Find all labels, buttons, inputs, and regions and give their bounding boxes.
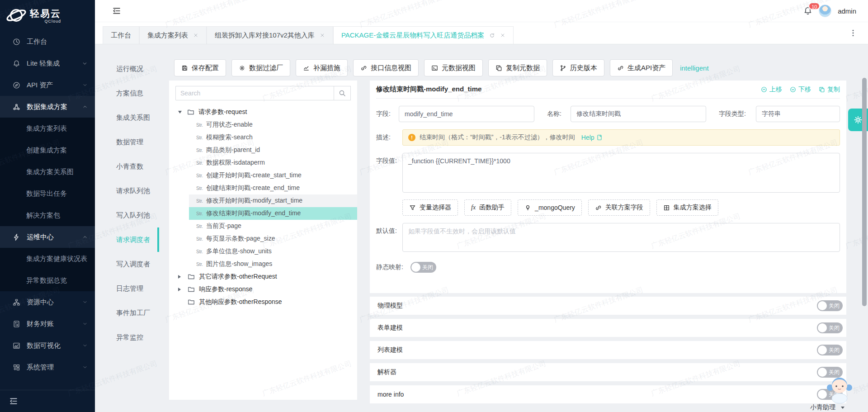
data-filter-factory-button[interactable]: 数据过滤厂 (231, 59, 290, 76)
tree-leaf[interactable]: Str.当前页-page (189, 220, 357, 232)
move-up-link[interactable]: 上移 (761, 85, 782, 94)
search-button[interactable] (334, 86, 351, 100)
tab-close-icon[interactable] (500, 33, 505, 38)
tab-workbench[interactable]: 工作台 (103, 26, 139, 44)
assistant-mascot-image[interactable] (823, 371, 856, 405)
plug-icon (617, 65, 624, 71)
interface-info-view-button[interactable]: 接口信息视图 (353, 59, 419, 76)
tree-leaf[interactable]: Str.模糊搜索-search (189, 131, 357, 144)
sidebar-collapse-icon[interactable] (9, 397, 18, 406)
subnav-item-request-queue-pool[interactable]: 请求队列池 (95, 179, 159, 203)
tree-leaf-label: 多单位信息-show_units (206, 247, 272, 256)
tree-leaf[interactable]: Str.创建结束时间戳-create_end_time (189, 182, 357, 194)
move-down-link[interactable]: 下移 (790, 85, 811, 94)
name-input[interactable] (571, 106, 706, 122)
tree-leaf[interactable]: Str.创建开始时间戳-create_start_time (189, 169, 357, 182)
tab-package-material[interactable]: PACKAGE-金蝶云星辰物料写入旺店通货品档案 (333, 26, 514, 44)
caret-closed-icon[interactable] (178, 275, 181, 279)
tree-search-input[interactable] (175, 86, 334, 100)
tree-folder[interactable]: 请求参数-request (169, 106, 357, 118)
sidebar-subitem-abnormal-data[interactable]: 异常数据总览 (0, 270, 95, 291)
copy-metadata-button[interactable]: 复制元数据 (488, 59, 547, 76)
assistant-caret-icon[interactable] (841, 407, 844, 409)
tree-folder[interactable]: 响应参数-response (169, 283, 357, 296)
assistant-label[interactable]: 小青助理 (810, 403, 835, 412)
sidebar-item-data-integration[interactable]: 数据集成方案 (0, 96, 95, 118)
subnav-item-event-factory[interactable]: 事件加工厂 (95, 301, 159, 325)
subnav-item-abnormal-monitor[interactable]: 异常监控 (95, 325, 159, 350)
field-type-select[interactable]: 字符串 (756, 106, 840, 122)
mongo-query-button[interactable]: _mongoQuery (518, 199, 582, 216)
tab-close-icon[interactable] (320, 33, 325, 38)
tree-folder[interactable]: 其他响应参数-otherResponse (169, 296, 357, 308)
generate-api-asset-button[interactable]: 生成API资产 (610, 59, 673, 76)
tab-refresh-icon[interactable] (489, 33, 495, 38)
sidebar-subitem-solution-pack[interactable]: 解决方案包 (0, 204, 95, 226)
sidebar-item-api-assets[interactable]: API 资产 (0, 74, 95, 96)
chevron-down-icon (82, 365, 88, 370)
subnav-item-plan-info[interactable]: 方案信息 (95, 81, 159, 105)
username-label[interactable]: admin (838, 7, 856, 15)
form-modeling-toggle[interactable]: 关闭 (817, 322, 843, 333)
field-input[interactable] (399, 106, 534, 122)
vertical-scrollbar[interactable] (862, 78, 867, 306)
sidebar-subitem-plan-graph[interactable]: 集成方案关系图 (0, 161, 95, 183)
subnav-item-xiaoqing-query[interactable]: 小青查数 (95, 154, 159, 179)
default-value-textarea[interactable] (402, 223, 840, 252)
save-config-button[interactable]: 保存配置 (174, 59, 226, 76)
caret-closed-icon[interactable] (178, 288, 181, 291)
caret-open-icon[interactable] (178, 111, 182, 114)
tab-plan-list[interactable]: 集成方案列表 (139, 26, 207, 44)
sidebar-item-finance-reconcile[interactable]: 财务对账 (0, 313, 95, 335)
tab-overflow-menu-icon[interactable] (849, 29, 857, 37)
leak-fix-button[interactable]: 补漏措施 (296, 59, 348, 76)
tree-leaf[interactable]: Str.每页显示条数-page_size (189, 232, 357, 245)
tree-leaf[interactable]: Str.修改结束时间戳-modify_end_time (189, 207, 357, 220)
copy-link[interactable]: 复制 (819, 85, 840, 94)
tree-leaf[interactable]: Str.多单位信息-show_units (189, 245, 357, 258)
sidebar-subitem-plan-health[interactable]: 集成方案健康状况表 (0, 248, 95, 270)
subnav-item-run-overview[interactable]: 运行概况 (95, 57, 159, 81)
sidebar-item-workbench[interactable]: 工作台 (0, 31, 95, 52)
static-map-toggle[interactable]: 关闭 (410, 262, 436, 273)
sidebar-item-label: 数据集成方案 (27, 103, 67, 111)
function-helper-button[interactable]: fx函数助手 (464, 199, 511, 216)
variable-selector-button[interactable]: 变量选择器 (402, 199, 458, 216)
intelligent-link[interactable]: intelligent (680, 64, 708, 72)
tree-leaf[interactable]: Str.数据权限-isdataperm (189, 156, 357, 169)
bulb-icon (524, 204, 531, 211)
list-modeling-toggle[interactable]: 关闭 (817, 345, 843, 355)
tab-assembly-inbound[interactable]: 组装拆卸入库对接107v2其他入库 (207, 26, 333, 44)
sidebar-item-label: 工作台 (27, 38, 47, 46)
relate-plan-field-button[interactable]: 关联方案字段 (588, 199, 650, 216)
history-version-button[interactable]: 历史版本 (552, 59, 604, 76)
sidebar-item-resource-center[interactable]: 资源中心 (0, 291, 95, 313)
notification-bell-icon[interactable]: 10 (803, 6, 812, 15)
subnav-item-data-manage[interactable]: 数据管理 (95, 130, 159, 154)
sidebar-item-system-manage[interactable]: 系统管理 (0, 356, 95, 378)
subnav-item-write-queue-pool[interactable]: 写入队列池 (95, 203, 159, 227)
subnav-item-log-manage[interactable]: 日志管理 (95, 276, 159, 301)
sidebar-subitem-data-export-task[interactable]: 数据导出任务 (0, 183, 95, 204)
tree-folder[interactable]: 其它请求参数-otherRequest (169, 270, 357, 283)
tab-close-icon[interactable] (193, 33, 198, 38)
subnav-item-request-scheduler[interactable]: 请求调度者 (95, 227, 159, 252)
menu-fold-icon[interactable] (112, 6, 121, 15)
subnav-item-relation-graph[interactable]: 集成关系图 (95, 105, 159, 130)
tree-leaf[interactable]: Str.商品类别-parent_id (189, 144, 357, 156)
sidebar-subitem-plan-create[interactable]: 创建集成方案 (0, 139, 95, 161)
sidebar-subitem-plan-list[interactable]: 集成方案列表 (0, 118, 95, 139)
physical-model-toggle[interactable]: 关闭 (817, 300, 843, 311)
plan-select-button[interactable]: 集成方案选择 (656, 199, 718, 216)
tree-leaf[interactable]: Str.图片信息-show_images (189, 258, 357, 270)
metadata-view-button[interactable]: 元数据视图 (424, 59, 483, 76)
sidebar-item-data-visualization[interactable]: 数据可视化 (0, 335, 95, 356)
sidebar-item-ops-center[interactable]: 运维中心 (0, 226, 95, 248)
tree-leaf[interactable]: Str.修改开始时间戳-modify_start_time (189, 194, 357, 207)
field-value-textarea[interactable]: _function {{CURRENT_TIME}}*1000 (402, 153, 840, 193)
user-avatar[interactable] (819, 5, 831, 17)
help-link[interactable]: Help (581, 134, 603, 141)
sidebar-item-lite-integration[interactable]: Lite 轻集成 (0, 52, 95, 74)
subnav-item-write-scheduler[interactable]: 写入调度者 (95, 252, 159, 276)
tree-leaf[interactable]: Str.可用状态-enable (189, 118, 357, 131)
